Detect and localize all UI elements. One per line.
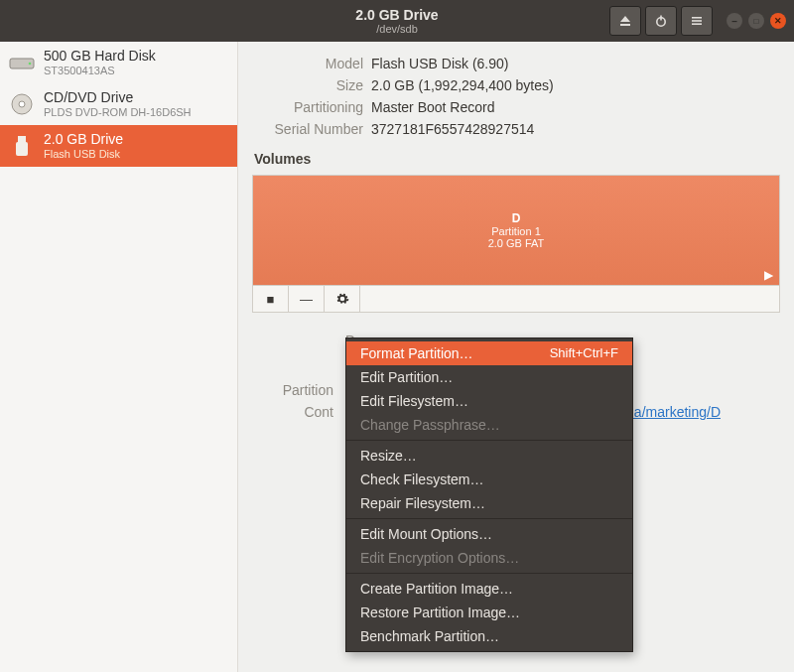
disc-icon [8,90,36,118]
close-button[interactable] [770,13,786,29]
separator [346,518,632,519]
menu-benchmark[interactable]: Benchmark Partition… [346,624,632,648]
context-menu: Format Partition… Shift+Ctrl+F Edit Part… [345,337,633,652]
hdd-icon [8,49,36,76]
size-label: Size [252,77,371,93]
svg-rect-2 [692,17,702,19]
drive-sub: Flash USB Disk [44,148,123,161]
volume-partition[interactable]: D Partition 1 2.0 GB FAT [253,176,779,285]
menu-check-filesystem[interactable]: Check Filesystem… [346,468,632,491]
volume-name: D [512,211,521,225]
stop-button[interactable]: ■ [253,286,289,312]
usb-icon [8,132,36,160]
titlebar: 2.0 GB Drive /dev/sdb [0,0,794,42]
drive-sub: PLDS DVD-ROM DH-16D6SH [44,106,192,119]
volume-line2: Partition 1 [491,225,541,237]
model-label: Model [252,56,371,71]
gear-button[interactable] [325,286,360,312]
menu-edit-filesystem[interactable]: Edit Filesystem… [346,389,632,413]
svg-rect-10 [16,142,28,156]
menu-accel: Shift+Ctrl+F [550,345,618,361]
drive-title: CD/DVD Drive [44,89,192,106]
volume-line3: 2.0 GB FAT [488,237,545,249]
serial-label: Serial Number [252,121,371,137]
menu-mount-options[interactable]: Edit Mount Options… [346,522,632,546]
ptype-label: Partition [252,382,341,398]
sidebar-item-cd[interactable]: CD/DVD Drive PLDS DVD-ROM DH-16D6SH [0,83,237,125]
volumes-heading: Volumes [254,151,780,167]
svg-rect-4 [692,23,702,25]
volume-toolbar: ■ — [253,285,779,312]
separator [346,440,632,441]
drive-title: 500 GB Hard Disk [44,48,156,65]
sidebar-item-hdd[interactable]: 500 GB Hard Disk ST3500413AS [0,42,237,83]
menu-edit-partition[interactable]: Edit Partition… [346,365,632,389]
svg-point-8 [19,101,25,107]
maximize-button[interactable] [748,13,764,29]
svg-point-6 [29,63,32,66]
menu-button[interactable] [681,6,713,36]
eject-button[interactable] [609,6,641,36]
serial-value: 3727181F6557428927514 [371,121,534,137]
separator [346,573,632,574]
svg-rect-9 [18,136,26,142]
menu-label: Format Partition… [360,345,473,361]
menu-resize[interactable]: Resize… [346,444,632,468]
contents-label: Cont [252,404,341,420]
size-value: 2.0 GB (1,992,294,400 bytes) [371,77,554,93]
partitioning-label: Partitioning [252,99,371,115]
volume-map: D Partition 1 2.0 GB FAT ▶ ■ — [252,175,780,313]
power-button[interactable] [645,6,677,36]
drive-title: 2.0 GB Drive [44,131,123,148]
menu-format-partition[interactable]: Format Partition… Shift+Ctrl+F [346,341,632,365]
mount-path-link[interactable]: dia/marketing/D [623,404,721,420]
model-value: Flash USB Disk (6.90) [371,56,508,71]
menu-change-passphrase: Change Passphrase… [346,413,632,437]
menu-restore-image[interactable]: Restore Partition Image… [346,601,632,624]
menu-encryption-options: Edit Encryption Options… [346,546,632,570]
minus-button[interactable]: — [289,286,325,312]
drive-list: 500 GB Hard Disk ST3500413AS CD/DVD Driv… [0,42,238,672]
drive-sub: ST3500413AS [44,65,156,77]
partitioning-value: Master Boot Record [371,99,495,115]
minimize-button[interactable] [727,13,742,29]
play-icon[interactable]: ▶ [764,268,773,282]
menu-repair-filesystem[interactable]: Repair Filesystem… [346,491,632,515]
menu-create-image[interactable]: Create Partition Image… [346,577,632,601]
svg-rect-3 [692,20,702,22]
sidebar-item-usb[interactable]: 2.0 GB Drive Flash USB Disk [0,125,237,167]
svg-rect-1 [660,16,662,21]
